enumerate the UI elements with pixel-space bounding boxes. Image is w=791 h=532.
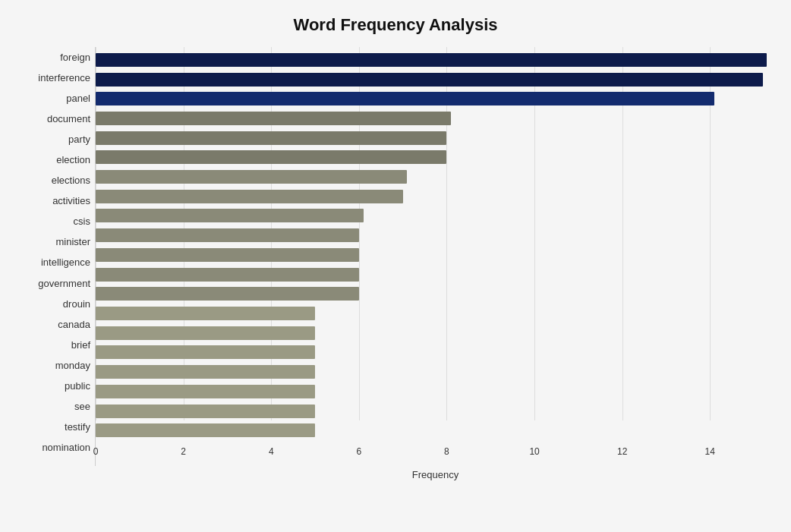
y-label: monday: [55, 360, 95, 370]
y-label: government: [38, 279, 95, 288]
y-label: intelligence: [41, 257, 95, 267]
y-label: nomination: [42, 442, 95, 452]
bar-row: [96, 362, 776, 382]
bar: [96, 268, 359, 282]
bar-row: [96, 304, 776, 323]
x-tick-label: 2: [181, 446, 186, 457]
bar: [96, 365, 315, 379]
x-tick-label: 14: [705, 446, 715, 457]
y-labels: foreigninterferencepaneldocumentpartyele…: [15, 47, 95, 480]
bar-row: [96, 343, 776, 363]
chart-title: Word Frequency Analysis: [15, 15, 776, 35]
bar-row: [96, 70, 776, 90]
bar-row: [96, 167, 776, 187]
y-label: activities: [52, 196, 95, 206]
x-tick-label: 0: [93, 446, 99, 457]
x-tick-label: 10: [529, 446, 539, 457]
x-axis-labels: 02468101214: [96, 443, 776, 466]
bar: [96, 326, 315, 340]
bar-row: [96, 401, 776, 421]
y-label: brief: [71, 340, 95, 350]
bar: [96, 423, 315, 437]
bar-row: [96, 128, 776, 148]
y-label: drouin: [63, 299, 95, 309]
bar: [96, 170, 407, 184]
bar: [96, 73, 763, 87]
bar: [96, 385, 315, 398]
bar: [96, 345, 315, 359]
y-label: party: [68, 134, 95, 144]
x-axis-title: Frequency: [95, 469, 776, 480]
bar-row: [96, 284, 776, 304]
bar: [96, 405, 315, 418]
y-label: elections: [52, 175, 95, 185]
bar: [96, 131, 446, 145]
bar: [96, 112, 451, 125]
bar-row: [96, 89, 776, 109]
x-tick-label: 4: [269, 446, 274, 457]
y-label: interference: [38, 73, 95, 83]
bar: [96, 190, 403, 203]
bar: [96, 307, 315, 320]
bar-row: [96, 245, 776, 265]
x-tick-label: 6: [356, 446, 361, 457]
y-label: document: [47, 114, 95, 124]
bar-row: [96, 206, 776, 226]
bar: [96, 92, 714, 105]
bar-row: [96, 265, 776, 285]
y-label: see: [74, 401, 95, 411]
plot-area: 02468101214 Frequency: [95, 47, 776, 480]
y-label: foreign: [60, 52, 95, 62]
y-label: public: [65, 381, 95, 391]
chart-container: Word Frequency Analysis foreigninterfere…: [0, 0, 791, 532]
bar: [96, 53, 767, 67]
bars-wrapper: [96, 47, 776, 443]
grid-and-bars: 02468101214: [95, 47, 776, 466]
bar: [96, 209, 364, 222]
chart-area: foreigninterferencepaneldocumentpartyele…: [15, 47, 776, 480]
bar-row: [96, 187, 776, 206]
bar-row: [96, 225, 776, 245]
x-tick-label: 12: [617, 446, 627, 457]
y-label: panel: [66, 93, 95, 103]
y-label: testify: [65, 422, 95, 432]
bar-row: [96, 109, 776, 128]
y-label: minister: [55, 237, 95, 247]
y-label: election: [56, 155, 95, 165]
bar-row: [96, 420, 776, 440]
bar-row: [96, 382, 776, 401]
x-tick-label: 8: [444, 446, 449, 457]
bar: [96, 287, 359, 301]
bar: [96, 150, 446, 164]
y-label: csis: [74, 216, 95, 226]
bar-row: [96, 148, 776, 168]
bar: [96, 248, 359, 262]
y-label: canada: [58, 320, 95, 329]
bar-row: [96, 50, 776, 70]
bar: [96, 228, 359, 242]
bar-row: [96, 323, 776, 343]
